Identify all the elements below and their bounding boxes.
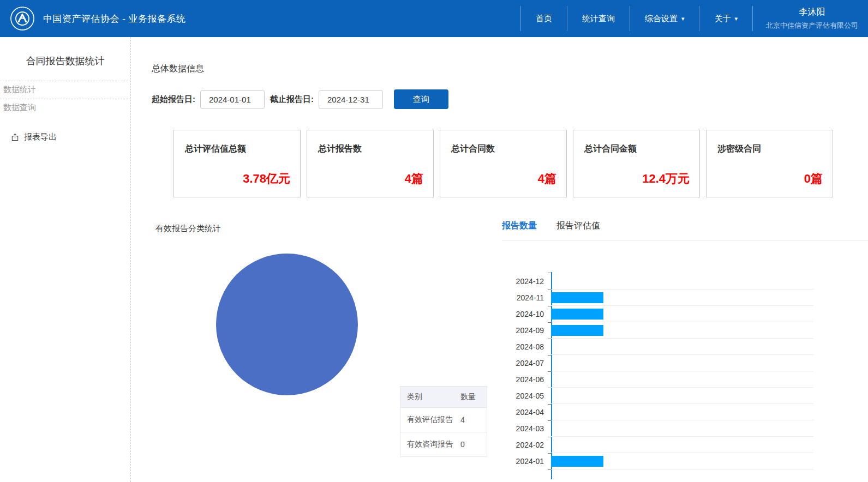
- nav-item-label: 综合设置: [645, 14, 678, 24]
- main-content: 总体数据信息 起始报告日: 截止报告日: 查询 总计评估值总额 3.78亿元 总…: [131, 37, 868, 482]
- end-date-input[interactable]: [319, 90, 383, 109]
- bar: [551, 325, 603, 336]
- stat-label: 总计合同数: [451, 143, 495, 155]
- bar-category-label: 2024-07: [502, 355, 551, 371]
- stat-card-total-appraised-value: 总计评估值总额 3.78亿元: [173, 130, 301, 197]
- bar-track: [551, 306, 813, 322]
- bar-row: 2024-11: [502, 290, 813, 306]
- bar-track: [551, 339, 813, 355]
- stat-label: 总计合同金额: [584, 143, 637, 155]
- bar-category-label: 2024-03: [502, 420, 551, 437]
- bar-row: 2024-04: [502, 404, 813, 420]
- bar-category-label: 2024-05: [502, 388, 551, 404]
- nav-item-statistics-query[interactable]: 统计查询: [567, 0, 630, 37]
- stat-value: 3.78亿元: [243, 171, 290, 187]
- user-info[interactable]: 李沐阳 北京中佳信资产评估有限公司: [753, 7, 868, 31]
- bar-track: [551, 404, 813, 420]
- stat-value: 0篇: [804, 171, 823, 187]
- sidebar-item-data-statistics[interactable]: 数据统计: [0, 81, 130, 99]
- pie-section-title: 有效报告分类统计: [152, 224, 502, 234]
- bar-row: 2024-07: [502, 355, 813, 371]
- bar-row: 2024-09: [502, 322, 813, 339]
- bar: [551, 292, 603, 303]
- bar-row: 2024-06: [502, 371, 813, 388]
- stat-card-classified-contracts: 涉密级合同 0篇: [706, 130, 833, 197]
- page-title: 总体数据信息: [152, 63, 868, 75]
- bar-track: [551, 420, 813, 437]
- bar-category-label: 2024-11: [502, 290, 551, 306]
- bar-row: 2024-05: [502, 388, 813, 404]
- nav-item-general-settings[interactable]: 综合设置 ▾: [630, 0, 699, 37]
- bar-row: 2024-02: [502, 437, 813, 453]
- bar-track: [551, 273, 813, 290]
- sidebar: 合同报告数据统计 数据统计 数据查询 报表导出: [0, 37, 131, 482]
- user-name: 李沐阳: [799, 7, 825, 18]
- bar-row: 2024-10: [502, 306, 813, 322]
- top-navbar: 中国资产评估协会 - 业务报备系统 首页 统计查询 综合设置 ▾ 关于 ▾ 李沐…: [0, 0, 868, 37]
- nav-item-home[interactable]: 首页: [521, 0, 567, 37]
- stat-value: 4篇: [538, 171, 556, 187]
- bar-track: [551, 355, 813, 371]
- query-button[interactable]: 查询: [394, 89, 448, 109]
- date-filter-bar: 起始报告日: 截止报告日: 查询: [152, 89, 868, 109]
- stat-label: 涉密级合同: [717, 143, 761, 155]
- start-date-label: 起始报告日:: [152, 94, 195, 105]
- stat-value: 12.4万元: [642, 171, 690, 187]
- sidebar-item-report-export[interactable]: 报表导出: [0, 132, 130, 142]
- category-summary-table: 类别 数量 有效评估报告 4 有效咨询报告 0: [400, 386, 487, 457]
- bar-category-label: 2024-04: [502, 404, 551, 420]
- chart-tabs: 报告数量 报告评估值: [502, 220, 868, 240]
- pie-chart: [216, 254, 358, 395]
- bar-section: 报告数量 报告评估值 2024-122024-112024-102024-092…: [502, 216, 868, 469]
- bar-rows: 2024-122024-112024-102024-092024-082024-…: [502, 273, 813, 469]
- nav-item-label: 首页: [536, 14, 552, 24]
- bar-row: 2024-03: [502, 420, 813, 437]
- association-logo-icon: [10, 6, 35, 31]
- cell-count: 4: [460, 415, 487, 424]
- bar-track: [551, 437, 813, 453]
- stat-label: 总计报告数: [318, 143, 362, 155]
- bar: [551, 309, 603, 320]
- table-header-row: 类别 数量: [400, 387, 487, 407]
- bar-category-label: 2024-06: [502, 371, 551, 388]
- bar-category-label: 2024-09: [502, 322, 551, 339]
- chevron-down-icon: ▾: [734, 16, 738, 22]
- tab-report-appraised-value[interactable]: 报告评估值: [556, 220, 600, 232]
- bar-track: [551, 371, 813, 388]
- bar-row: 2024-01: [502, 453, 813, 469]
- bar-category-label: 2024-08: [502, 339, 551, 355]
- stat-card-total-reports: 总计报告数 4篇: [307, 130, 434, 197]
- bar-row: 2024-12: [502, 273, 813, 290]
- sidebar-item-data-query[interactable]: 数据查询: [0, 99, 130, 117]
- bar: [551, 456, 603, 467]
- bar-track: [551, 322, 813, 339]
- nav-item-label: 关于: [714, 14, 731, 24]
- stat-value: 4篇: [405, 171, 423, 187]
- user-company: 北京中佳信资产评估有限公司: [766, 21, 858, 31]
- app-title: 中国资产评估协会 - 业务报备系统: [43, 13, 186, 25]
- table-row: 有效咨询报告 0: [400, 432, 487, 456]
- bar-row: 2024-08: [502, 339, 813, 355]
- bar-category-label: 2024-02: [502, 437, 551, 453]
- sidebar-item-label: 报表导出: [24, 132, 57, 142]
- cell-category: 有效咨询报告: [400, 439, 460, 449]
- start-date-input[interactable]: [200, 90, 265, 109]
- cell-category: 有效评估报告: [400, 415, 460, 425]
- export-icon: [11, 133, 19, 141]
- bar-track: [551, 290, 813, 306]
- charts-section: 有效报告分类统计 类别 数量 有效评估报告 4 有效咨询报告 0: [152, 216, 868, 469]
- stat-card-total-contract-amount: 总计合同金额 12.4万元: [573, 130, 700, 197]
- column-header-category: 类别: [400, 392, 460, 402]
- chevron-down-icon: ▾: [681, 16, 685, 22]
- table-row: 有效评估报告 4: [400, 407, 487, 432]
- sidebar-title: 合同报告数据统计: [0, 55, 130, 81]
- bar-category-label: 2024-10: [502, 306, 551, 322]
- bar-track: [551, 388, 813, 404]
- nav-menu: 首页 统计查询 综合设置 ▾ 关于 ▾ 李沐阳 北京中佳信资产评估有限公司: [520, 0, 868, 37]
- nav-item-about[interactable]: 关于 ▾: [699, 0, 752, 37]
- tab-report-count[interactable]: 报告数量: [502, 220, 537, 232]
- end-date-label: 截止报告日:: [270, 94, 314, 105]
- pie-section: 有效报告分类统计 类别 数量 有效评估报告 4 有效咨询报告 0: [152, 216, 502, 469]
- nav-item-label: 统计查询: [582, 14, 615, 24]
- bar-category-label: 2024-01: [502, 453, 551, 469]
